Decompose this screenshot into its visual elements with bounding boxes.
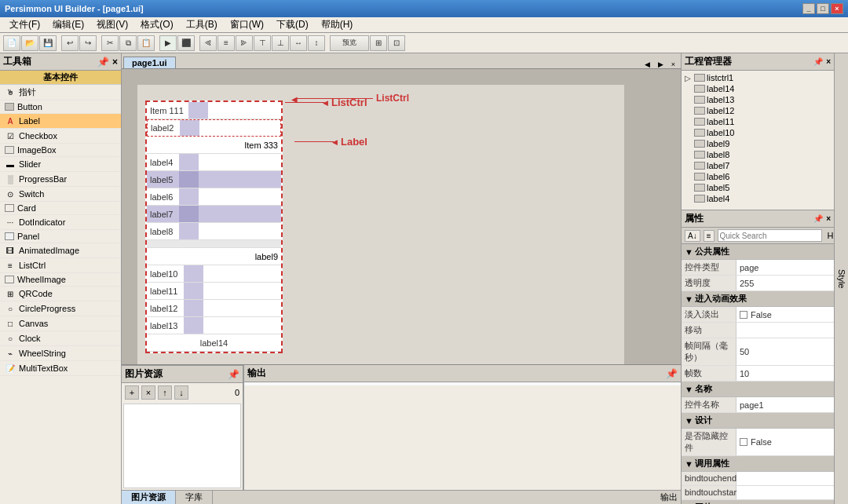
- props-close-icon[interactable]: ×: [826, 214, 831, 223]
- open-button[interactable]: 📂: [21, 35, 38, 51]
- tree-item-label5[interactable]: label5: [683, 182, 832, 193]
- tool-qrcode[interactable]: ⊞QRCode: [0, 287, 121, 301]
- list-row[interactable]: label11: [147, 283, 281, 300]
- tool-button[interactable]: Button: [0, 100, 121, 114]
- align-left-button[interactable]: ⫷: [199, 35, 217, 51]
- menu-file[interactable]: 文件(F): [3, 17, 46, 32]
- tool-progressbar[interactable]: ░ProgressBar: [0, 172, 121, 187]
- tool-circleprogress[interactable]: ○CircleProgress: [0, 301, 121, 316]
- tree-item-label6[interactable]: label6: [683, 171, 832, 182]
- maximize-button[interactable]: □: [817, 3, 829, 14]
- menu-download[interactable]: 下载(D): [270, 17, 315, 32]
- tool-panel[interactable]: Panel: [0, 230, 121, 243]
- toolbox-close-icon[interactable]: ×: [112, 57, 118, 68]
- pic-add-button[interactable]: +: [125, 385, 139, 400]
- canvas-viewport[interactable]: Item 111 label2 Item 333: [122, 69, 681, 364]
- canvas-nav-left[interactable]: ◀: [642, 60, 652, 68]
- menu-help[interactable]: 帮助(H): [315, 17, 360, 32]
- tool-clock[interactable]: ○Clock: [0, 331, 121, 346]
- tool-switch[interactable]: ⊙Switch: [0, 187, 121, 202]
- list-row[interactable]: label8: [147, 223, 281, 240]
- list-row[interactable]: label9: [147, 248, 281, 265]
- fade-in-checkbox[interactable]: [740, 311, 747, 319]
- props-search-input[interactable]: [718, 229, 822, 242]
- style-label[interactable]: Style: [834, 53, 848, 504]
- toolbox-pin-icon[interactable]: 📌: [97, 57, 109, 68]
- tree-item-listctrl1[interactable]: ▷ listctrl1: [683, 72, 832, 83]
- tab-pic-resource[interactable]: 图片资源: [122, 491, 176, 504]
- tool-pointer[interactable]: 🖱指针: [0, 85, 121, 100]
- menu-edit[interactable]: 编辑(E): [46, 17, 90, 32]
- tree-item-label7[interactable]: label7: [683, 160, 832, 171]
- list-row[interactable]: label5: [147, 171, 281, 188]
- undo-button[interactable]: ↩: [61, 35, 79, 51]
- menu-format[interactable]: 格式(O): [134, 17, 179, 32]
- pic-down-button[interactable]: ↓: [174, 385, 188, 400]
- grid-button[interactable]: ⊞: [370, 35, 387, 51]
- preview-button[interactable]: 预览: [330, 35, 369, 51]
- tree-item-label4[interactable]: label4: [683, 193, 832, 204]
- list-row[interactable]: Item 333: [147, 137, 281, 154]
- tree-item-label10[interactable]: label10: [683, 127, 832, 138]
- save-button[interactable]: 💾: [39, 35, 57, 51]
- stop-button[interactable]: ⬛: [177, 35, 195, 51]
- menu-view[interactable]: 视图(V): [90, 17, 134, 32]
- listctrl-widget[interactable]: Item 111 label2 Item 333: [145, 100, 283, 353]
- tool-card[interactable]: Card: [0, 202, 121, 215]
- pic-resource-pin-icon[interactable]: 📌: [228, 369, 239, 380]
- props-help-button[interactable]: Help: [825, 231, 834, 240]
- list-row[interactable]: label10: [147, 265, 281, 283]
- project-panel-icons[interactable]: 📌 ×: [813, 57, 831, 66]
- props-sort-cat-button[interactable]: ≡: [704, 230, 715, 242]
- output-tab[interactable]: 输出: [657, 491, 681, 503]
- close-button[interactable]: ×: [831, 3, 843, 14]
- list-row[interactable]: label13: [147, 317, 281, 334]
- project-pin-icon[interactable]: 📌: [813, 57, 823, 66]
- align-bottom-button[interactable]: ⊥: [272, 35, 289, 51]
- props-section-name-expand-icon[interactable]: ▼: [685, 385, 693, 394]
- tool-imagebox[interactable]: ImageBox: [0, 144, 121, 157]
- tree-item-label13[interactable]: label13: [683, 94, 832, 105]
- list-row[interactable]: label4: [147, 154, 281, 171]
- run-button[interactable]: ▶: [159, 35, 177, 51]
- align-center-button[interactable]: ≡: [217, 35, 235, 51]
- copy-button[interactable]: ⧉: [119, 35, 137, 51]
- tree-item-label8[interactable]: label8: [683, 149, 832, 160]
- list-row[interactable]: label14: [147, 334, 281, 352]
- project-close-icon[interactable]: ×: [826, 57, 831, 66]
- list-row[interactable]: label6: [147, 188, 281, 206]
- window-controls[interactable]: _ □ ×: [802, 3, 843, 14]
- page-canvas[interactable]: Item 111 label2 Item 333: [137, 85, 624, 364]
- tool-listctrl[interactable]: ≡ListCtrl: [0, 258, 121, 273]
- align-right-button[interactable]: ⫸: [236, 35, 253, 51]
- list-row[interactable]: Item 111: [147, 102, 281, 119]
- props-pin-icon[interactable]: 📌: [813, 214, 823, 223]
- props-section-enter-expand-icon[interactable]: ▼: [685, 294, 693, 304]
- redo-button[interactable]: ↪: [79, 35, 97, 51]
- tool-dotindicator[interactable]: ···DotIndicator: [0, 215, 121, 230]
- page1-tab[interactable]: page1.ui: [123, 57, 176, 68]
- canvas-nav-right[interactable]: ▶: [656, 60, 666, 68]
- distribute-v-button[interactable]: ↕: [308, 35, 325, 51]
- props-sort-az-button[interactable]: A↓: [685, 230, 700, 242]
- tab-font-library[interactable]: 字库: [176, 491, 213, 504]
- new-button[interactable]: 📄: [3, 35, 20, 51]
- tool-slider[interactable]: ▬Slider: [0, 157, 121, 172]
- canvas-nav-close[interactable]: ×: [669, 60, 678, 68]
- paste-button[interactable]: 📋: [137, 35, 155, 51]
- fit-button[interactable]: ⊡: [388, 35, 405, 51]
- props-section-design-expand-icon[interactable]: ▼: [685, 416, 693, 425]
- tool-wheelstring[interactable]: ⌁WheelString: [0, 346, 121, 361]
- hidden-checkbox[interactable]: [740, 438, 747, 446]
- pic-up-button[interactable]: ↑: [158, 385, 172, 400]
- props-section-bind-expand-icon[interactable]: ▼: [685, 459, 693, 469]
- tool-checkbox[interactable]: ☑Checkbox: [0, 129, 121, 144]
- cut-button[interactable]: ✂: [101, 35, 119, 51]
- tool-multitextbox[interactable]: 📝MultiTextBox: [0, 361, 121, 376]
- tool-wheelimage[interactable]: WheelImage: [0, 273, 121, 287]
- list-row[interactable]: [147, 240, 281, 248]
- align-top-button[interactable]: ⊤: [254, 35, 271, 51]
- list-row[interactable]: label7: [147, 206, 281, 223]
- menu-tools[interactable]: 工具(B): [180, 17, 224, 32]
- tool-label[interactable]: ALabel: [0, 114, 121, 129]
